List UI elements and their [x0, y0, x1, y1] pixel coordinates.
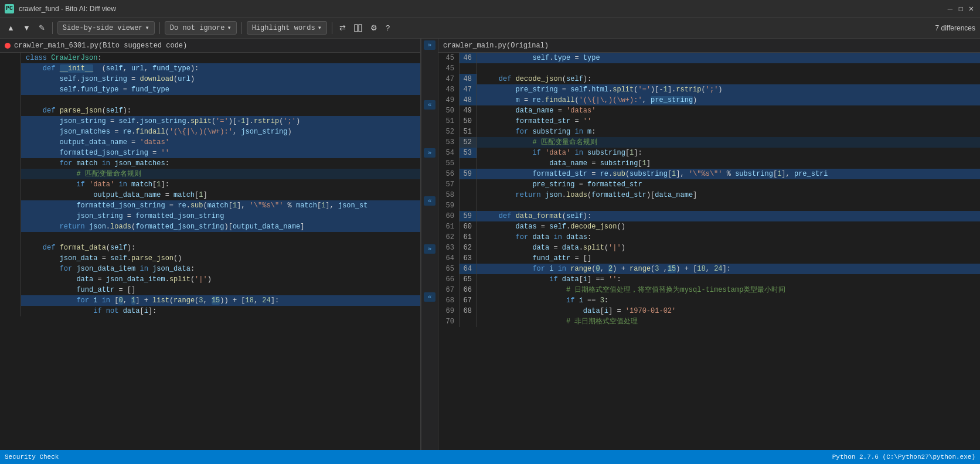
sync-arrow-6[interactable]: «: [424, 292, 435, 302]
status-bar: Security Check Python 2.7.6 (C:\Python27…: [0, 450, 980, 464]
table-row: 63 62 data = data.split('|'): [438, 243, 980, 253]
ignore-chevron: ▾: [227, 23, 231, 32]
line-number: [0, 74, 21, 84]
maximize-button[interactable]: ☐: [957, 5, 965, 13]
table-row: json_data = self.parse_json(): [0, 253, 420, 264]
error-indicator: [5, 43, 11, 49]
line-number: 61: [438, 221, 460, 232]
line-content: data[i] = '1970-01-02': [477, 306, 980, 316]
differences-count: 7 differences: [935, 24, 976, 32]
nav-up-button[interactable]: ▲: [5, 22, 17, 33]
table-row: json_matches = re.findall('(\{|\,)(\w+):…: [0, 127, 420, 137]
line-content: [21, 232, 420, 243]
edit-button[interactable]: ✎: [36, 22, 47, 33]
sync-arrow-5[interactable]: »: [424, 244, 435, 254]
table-row: 45: [438, 63, 980, 74]
line-number: 47: [438, 74, 460, 84]
line-number: [0, 264, 21, 274]
status-python: Python 2.7.6 (C:\Python27\python.exe): [832, 453, 975, 460]
line-number: [0, 127, 21, 137]
separator-4: [332, 22, 332, 34]
table-row: self.fund_type = fund_type: [0, 84, 420, 95]
table-row: 56 59 formatted_str = re.sub(substring[1…: [438, 169, 980, 179]
line-number: 63: [460, 253, 477, 264]
line-number: 50: [460, 116, 477, 127]
line-number: 66: [460, 285, 477, 295]
line-content: data = data.split('|'): [477, 243, 980, 253]
line-number: 65: [460, 274, 477, 285]
line-number: 55: [438, 158, 460, 169]
sync-arrow-4[interactable]: «: [424, 196, 435, 206]
minimize-button[interactable]: —: [946, 5, 954, 13]
table-row: fund_attr = []: [0, 285, 420, 295]
swap-button[interactable]: ⇄: [337, 22, 348, 33]
left-code-lines: class CrawlerJson: def __init__ (self, u…: [0, 53, 420, 316]
line-number: [0, 253, 21, 264]
table-row: class CrawlerJson:: [0, 53, 420, 63]
line-number: 70: [438, 316, 460, 327]
line-number: [0, 116, 21, 127]
nav-down-button[interactable]: ▼: [21, 22, 33, 33]
line-number: [0, 179, 21, 190]
table-row: 64 63 fund_attr = []: [438, 253, 980, 264]
line-content: fund_attr = []: [21, 285, 420, 295]
table-row: 55 data_name = substring[1]: [438, 158, 980, 169]
line-content: def data_format(self):: [477, 211, 980, 221]
line-number: 63: [438, 243, 460, 253]
line-content: for substring in m:: [477, 127, 980, 137]
line-content: # 日期格式空值处理，将空值替换为mysql-timestamp类型最小时间: [477, 285, 980, 295]
table-row: [0, 232, 420, 243]
help-button[interactable]: ?: [383, 22, 392, 33]
line-content: class CrawlerJson:: [21, 53, 420, 63]
ignore-label: Do not ignore: [170, 24, 225, 32]
line-content: def decode_json(self):: [477, 74, 980, 84]
line-number: 59: [460, 211, 477, 221]
right-code-lines: 45 46 self.type = type 45 47 48 def deco…: [438, 53, 980, 327]
line-number: 49: [460, 105, 477, 116]
line-content: self.type = type: [477, 53, 980, 63]
line-number: [0, 200, 21, 211]
sync-arrow-3[interactable]: »: [424, 148, 435, 158]
sync-arrow-2[interactable]: «: [424, 100, 435, 110]
ignore-dropdown[interactable]: Do not ignore ▾: [165, 21, 237, 35]
line-content: formatted_json_string = '': [21, 148, 420, 158]
table-row: 52 51 for substring in m:: [438, 127, 980, 137]
table-row: output_data_name = match[1]: [0, 190, 420, 200]
close-button[interactable]: ✕: [967, 5, 975, 13]
table-row: # 匹配变量命名规则: [0, 169, 420, 179]
line-content: [21, 95, 420, 105]
line-number: [0, 105, 21, 116]
svg-rect-1: [359, 25, 362, 32]
highlight-dropdown[interactable]: Highlight words ▾: [247, 21, 327, 35]
line-number: 46: [460, 53, 477, 63]
line-number: 69: [438, 306, 460, 316]
title-bar: PC crawler_fund - Bito AI: Diff view — ☐…: [0, 0, 980, 18]
line-content: if 'data' in substring[1]:: [477, 148, 980, 158]
window-controls[interactable]: — ☐ ✕: [946, 5, 975, 13]
line-content: if i == 3:: [477, 295, 980, 306]
left-code-area[interactable]: class CrawlerJson: def __init__ (self, u…: [0, 53, 420, 450]
table-row: for json_data_item in json_data:: [0, 264, 420, 274]
line-number: [460, 63, 477, 74]
settings-button[interactable]: ⚙: [368, 22, 380, 33]
table-row: def format_data(self):: [0, 243, 420, 253]
table-row: json_string = self.json_string.split('='…: [0, 116, 420, 127]
line-number: 54: [438, 148, 460, 158]
line-content: formatted_str = re.sub(substring[1], '\"…: [477, 169, 980, 179]
line-number: [460, 316, 477, 327]
table-row: for i in [0, 1] + list(range(3, 15)) + […: [0, 295, 420, 306]
line-number: 53: [460, 148, 477, 158]
sync-arrow-1[interactable]: »: [424, 40, 435, 50]
right-code-area[interactable]: 45 46 self.type = type 45 47 48 def deco…: [438, 53, 980, 450]
table-row: if 'data' in match[1]:: [0, 179, 420, 190]
line-content: # 匹配变量命名规则: [21, 169, 420, 179]
table-row: def __init__ (self, url, fund_type):: [0, 63, 420, 74]
viewer-dropdown[interactable]: Side-by-side viewer ▾: [57, 21, 155, 35]
line-number: [0, 211, 21, 221]
highlight-label: Highlight words: [252, 24, 315, 32]
line-number: 48: [460, 95, 477, 105]
table-row: self.json_string = download(url): [0, 74, 420, 84]
columns-button[interactable]: [352, 23, 365, 33]
separator-2: [159, 22, 160, 34]
table-row: 69 68 data[i] = '1970-01-02': [438, 306, 980, 316]
